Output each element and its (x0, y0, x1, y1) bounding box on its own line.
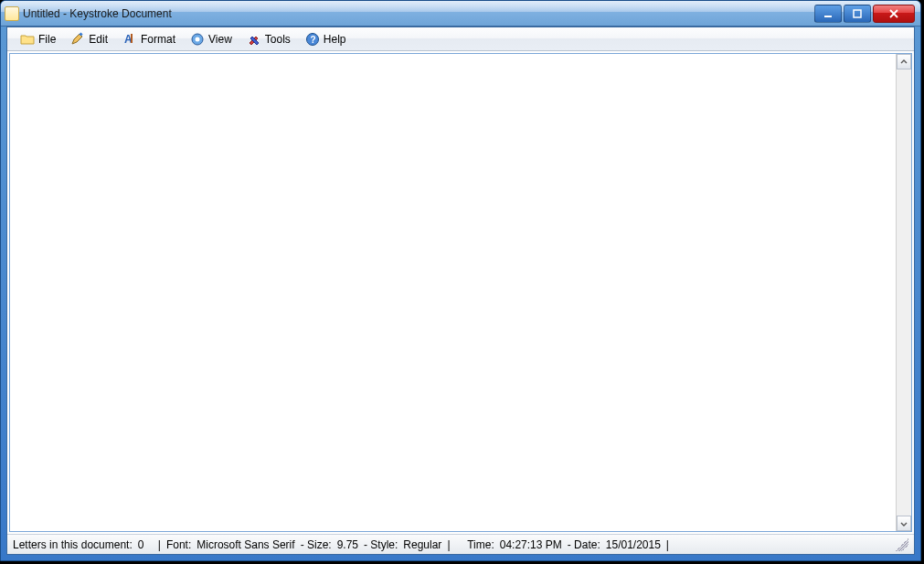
scroll-track[interactable] (897, 69, 911, 516)
menu-file[interactable]: File (13, 30, 63, 48)
status-style-label: - Style: (364, 538, 398, 551)
status-date-label: - Date: (568, 538, 600, 551)
status-size-label: - Size: (301, 538, 332, 551)
menu-view-label: View (208, 33, 232, 46)
folder-icon (20, 32, 35, 47)
status-time-value: 04:27:13 PM (500, 538, 562, 551)
help-icon: ? (305, 32, 320, 47)
menu-help[interactable]: ? Help (298, 30, 354, 48)
app-icon (5, 6, 19, 21)
menu-bar: File Edit A Format View (7, 27, 914, 51)
status-bar: Letters in this document: 0 | Font: Micr… (7, 534, 914, 554)
client-area: File Edit A Format View (6, 27, 915, 555)
maximize-button[interactable] (844, 5, 871, 23)
svg-text:?: ? (310, 35, 315, 45)
status-font-style: Regular (403, 538, 441, 551)
menu-format-label: Format (141, 33, 175, 46)
menu-edit[interactable]: Edit (63, 30, 115, 48)
svg-point-5 (196, 37, 200, 41)
title-bar[interactable]: Untitled - Keystroke Document (1, 1, 920, 27)
vertical-scrollbar[interactable] (896, 54, 911, 531)
status-sep-1: | (158, 538, 161, 551)
pencil-icon (70, 32, 85, 47)
status-font-size: 9.75 (337, 538, 358, 551)
menu-tools[interactable]: Tools (239, 30, 298, 48)
status-sep-3: | (666, 538, 669, 551)
menu-file-label: File (38, 33, 56, 46)
maximize-icon (852, 9, 863, 18)
format-icon: A (122, 32, 137, 47)
text-editor[interactable] (10, 54, 896, 531)
status-sep-2: | (447, 538, 450, 551)
menu-help-label: Help (324, 33, 346, 46)
menu-view[interactable]: View (183, 30, 239, 48)
minimize-icon (823, 9, 834, 18)
status-font-label: Font: (166, 538, 191, 551)
close-icon (888, 9, 899, 18)
menu-edit-label: Edit (89, 33, 108, 46)
minimize-button[interactable] (814, 5, 842, 23)
window-controls (814, 5, 915, 23)
svg-rect-0 (824, 16, 832, 17)
status-time-label: Time: (467, 538, 494, 551)
scroll-up-button[interactable] (897, 54, 911, 69)
close-button[interactable] (873, 5, 915, 23)
svg-rect-1 (854, 10, 861, 17)
chevron-down-icon (900, 520, 908, 527)
window-title: Untitled - Keystroke Document (23, 7, 814, 20)
scroll-down-button[interactable] (897, 516, 911, 531)
menu-format[interactable]: A Format (115, 30, 183, 48)
editor-container (9, 53, 912, 532)
app-window: Untitled - Keystroke Document File (0, 0, 921, 561)
view-icon (190, 32, 205, 47)
menu-tools-label: Tools (265, 33, 291, 46)
status-letters-label: Letters in this document: (13, 538, 133, 551)
resize-grip-icon[interactable] (896, 538, 908, 551)
status-letters-count: 0 (138, 538, 144, 551)
status-font-name: Microsoft Sans Serif (196, 538, 294, 551)
status-date-value: 15/01/2015 (606, 538, 661, 551)
chevron-up-icon (900, 59, 908, 66)
tools-icon (247, 32, 261, 47)
